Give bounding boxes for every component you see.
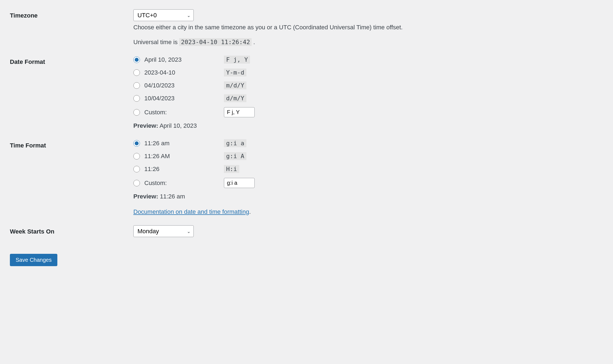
time-format-custom-input[interactable]: [224, 178, 255, 188]
date-format-radio[interactable]: [133, 69, 140, 76]
time-format-code: g:i A: [224, 152, 246, 160]
date-format-code: Y-m-d: [224, 69, 246, 76]
doc-link-suffix: .: [249, 208, 251, 215]
universal-time-prefix: Universal time is: [133, 39, 179, 46]
date-format-example: 2023-04-10: [144, 69, 224, 76]
timezone-select[interactable]: UTC+0: [133, 9, 194, 21]
time-format-custom-label: Custom:: [144, 180, 224, 187]
time-format-option[interactable]: 11:26 H:i: [133, 165, 600, 173]
date-format-option[interactable]: 2023-04-10 Y-m-d: [133, 69, 600, 76]
date-format-preview-label: Preview:: [133, 122, 158, 129]
date-format-custom-option[interactable]: Custom:: [133, 107, 600, 117]
time-format-preview-label: Preview:: [133, 193, 158, 200]
date-format-code: d/m/Y: [224, 94, 246, 102]
time-format-preview: Preview: 11:26 am: [133, 193, 600, 200]
date-format-code: F j, Y: [224, 56, 250, 64]
universal-time-line: Universal time is 2023-04-10 11:26:42 .: [133, 39, 600, 46]
date-format-example: 04/10/2023: [144, 82, 224, 89]
date-format-radio[interactable]: [133, 82, 140, 89]
universal-time-value: 2023-04-10 11:26:42: [179, 38, 252, 46]
date-time-doc-link[interactable]: Documentation on date and time formattin…: [133, 208, 249, 215]
time-format-radio[interactable]: [133, 153, 140, 160]
time-format-example: 11:26 AM: [144, 153, 224, 160]
time-format-example: 11:26 am: [144, 140, 224, 147]
time-format-label: Time Format: [10, 134, 131, 220]
universal-time-suffix: .: [252, 39, 255, 46]
date-format-label: Date Format: [10, 51, 131, 134]
time-format-preview-value: 11:26 am: [160, 193, 185, 200]
timezone-label: Timezone: [10, 4, 131, 51]
date-format-fieldset: April 10, 2023 F j, Y 2023-04-10 Y-m-d 0…: [133, 56, 600, 129]
time-format-example: 11:26: [144, 166, 224, 173]
timezone-description: Choose either a city in the same timezon…: [133, 24, 600, 31]
week-starts-label: Week Starts On: [10, 220, 131, 243]
time-format-radio[interactable]: [133, 140, 140, 147]
date-format-radio[interactable]: [133, 56, 140, 63]
date-format-option[interactable]: April 10, 2023 F j, Y: [133, 56, 600, 64]
date-format-option[interactable]: 04/10/2023 m/d/Y: [133, 81, 600, 89]
time-format-code: H:i: [224, 165, 239, 173]
time-format-option[interactable]: 11:26 am g:i a: [133, 139, 600, 147]
date-format-code: m/d/Y: [224, 81, 246, 89]
time-format-custom-option[interactable]: Custom:: [133, 178, 600, 188]
date-format-radio[interactable]: [133, 95, 140, 102]
time-format-fieldset: 11:26 am g:i a 11:26 AM g:i A 11:26 H:i …: [133, 139, 600, 215]
save-changes-button[interactable]: Save Changes: [10, 254, 57, 266]
date-format-example: April 10, 2023: [144, 56, 224, 63]
date-format-custom-radio[interactable]: [133, 109, 140, 116]
date-format-preview: Preview: April 10, 2023: [133, 122, 600, 129]
date-format-example: 10/04/2023: [144, 95, 224, 102]
date-format-preview-value: April 10, 2023: [159, 122, 197, 129]
week-starts-select[interactable]: Monday: [133, 225, 194, 237]
time-format-custom-radio[interactable]: [133, 180, 140, 186]
date-format-custom-input[interactable]: [224, 107, 255, 117]
time-format-option[interactable]: 11:26 AM g:i A: [133, 152, 600, 160]
time-format-code: g:i a: [224, 139, 246, 147]
time-format-radio[interactable]: [133, 166, 140, 172]
date-format-option[interactable]: 10/04/2023 d/m/Y: [133, 94, 600, 102]
date-format-custom-label: Custom:: [144, 109, 224, 116]
